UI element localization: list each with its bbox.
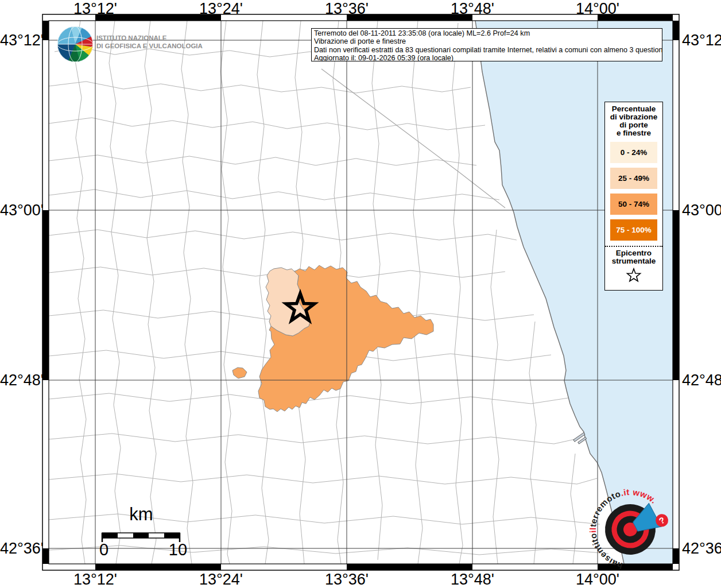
legend-class-50-74-label: 50 - 74% [618,200,649,208]
lat-label-right-3: 42°36' [682,540,721,557]
event-info-line3: Dati non verificati estratti da 83 quest… [314,46,660,54]
lon-label-top-0: 13°12' [73,0,117,17]
legend-class-0-24: 0 - 24% [610,142,657,163]
legend-class-75-100: 75 - 100% [610,219,657,241]
scale-start-label: 0 [99,540,108,559]
legend-epicenter-line1: Epicentro [605,249,662,257]
lat-label-left-2: 42°48' [0,372,38,389]
legend-class-75-100-label: 75 - 100% [616,226,652,234]
ingv-globe-icon [56,25,94,63]
legend-epicenter-star-icon [626,268,642,283]
legend-title-line4: e finestre [605,129,662,137]
lon-label-top-2: 13°36' [325,0,369,17]
scale-unit-label: km [129,504,153,525]
region-50-74-exclave [232,368,247,378]
lat-label-left-0: 43°12' [0,32,38,49]
legend-divider [605,246,662,247]
lon-label-top-4: 14°00' [576,0,619,17]
legend-class-25-49: 25 - 49% [610,168,657,189]
page: { "title_box": { "line1": "Terremoto del… [0,0,721,588]
legend-class-25-49-label: 25 - 49% [618,174,649,183]
lat-label-right-0: 43°12' [682,32,721,49]
legend-title-line3: di porte [605,121,662,129]
legend-epicenter-line2: strumentale [605,257,662,265]
scale-bar [102,533,180,542]
legend-class-50-74: 50 - 74% [610,194,657,215]
lon-label-bottom-0: 13°12' [73,571,117,588]
lat-label-left-3: 42°36' [0,540,38,557]
legend-title-line1: Percentuale [605,105,662,113]
event-info-line4: Aggiornato il: 09-01-2026 05:39 (ora loc… [314,54,660,61]
lat-label-right-2: 42°48' [682,372,721,389]
lon-label-top-1: 13°24' [199,0,243,17]
lon-label-top-3: 13°48' [451,0,494,17]
ingv-name-line2: DI GEOFISICA E VULCANOLOGIA [96,42,203,50]
legend-class-0-24-label: 0 - 24% [621,148,648,157]
legend-title-line2: di vibrazione [605,113,662,121]
lat-label-left-1: 43°00' [0,202,38,219]
haisentitoilterremoto-logo: ? haisentitoilterremoto.it www. [586,486,680,575]
ingv-name-line1: ISTITUTO NAZIONALE [96,34,203,42]
legend: Percentuale di vibrazione di porte e fin… [604,102,663,291]
event-info-line1: Terremoto del 08-11-2011 23:35:08 (ora l… [314,29,660,37]
lat-label-right-1: 43°00' [682,202,721,219]
lon-label-bottom-2: 13°36' [325,571,369,588]
ingv-logo: ISTITUTO NAZIONALE DI GEOFISICA E VULCAN… [56,25,228,67]
lon-label-bottom-1: 13°24' [199,571,243,588]
scale-end-label: 10 [169,540,187,559]
event-info-line2: Vibrazione di porte e finestre [314,37,660,45]
event-info-box: Terremoto del 08-11-2011 23:35:08 (ora l… [311,28,662,61]
legend-title: Percentuale di vibrazione di porte e fin… [605,105,662,137]
lon-label-bottom-3: 13°48' [451,571,494,588]
